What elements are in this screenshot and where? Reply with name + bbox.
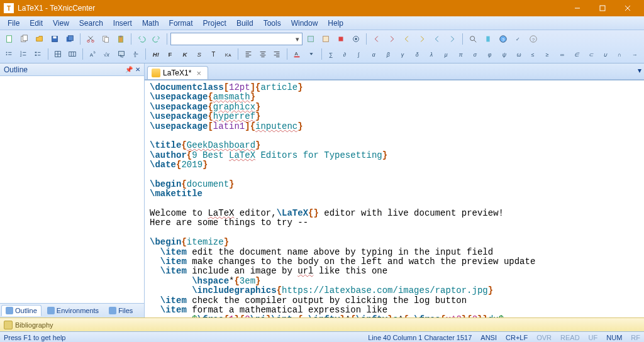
save-button[interactable] <box>48 32 62 46</box>
prev-warning-button[interactable] <box>400 32 414 46</box>
sidebar-tab-files[interactable]: Files <box>104 305 137 316</box>
math-symbol-button-21[interactable]: → <box>628 47 641 61</box>
math-symbol-button-3[interactable]: α <box>369 47 382 61</box>
panel-pin-icon[interactable]: 📌 <box>125 66 133 73</box>
align-left-button[interactable] <box>242 47 255 61</box>
bibliography-bar[interactable]: Bibliography <box>0 317 644 331</box>
maximize-button[interactable] <box>590 0 615 16</box>
outline-tree[interactable] <box>0 76 144 303</box>
math-symbol-button-2[interactable]: ∫ <box>354 47 367 61</box>
menu-insert[interactable]: Insert <box>108 18 137 29</box>
table-button[interactable] <box>52 47 65 61</box>
math-symbol-button-10[interactable]: σ <box>469 47 482 61</box>
redo-button[interactable] <box>150 32 164 46</box>
math-symbol-button-0[interactable]: ∑ <box>325 47 338 61</box>
font-color-button[interactable]: A <box>291 47 304 61</box>
smallcaps-button[interactable]: Kᴀ <box>221 47 235 61</box>
math-symbol-button-19[interactable]: ∪ <box>599 47 613 61</box>
tab-overflow-icon[interactable]: ▾ <box>638 66 641 75</box>
spellcheck-button[interactable]: ✓ <box>511 32 525 46</box>
align-center-button[interactable] <box>256 47 269 61</box>
toolbar-row-2: 12 Ab √x fig ab H! F K S T Kᴀ A // rende… <box>3 47 641 62</box>
slanted-button[interactable]: S <box>192 47 206 61</box>
tabular-button[interactable] <box>66 47 79 61</box>
build-profile-dropdown[interactable] <box>170 33 303 45</box>
build-view-button[interactable] <box>319 32 333 46</box>
sidebar-tab-environments[interactable]: Environments <box>43 305 103 316</box>
math-symbol-button-1[interactable]: ∂ <box>340 47 353 61</box>
italic-button[interactable]: K <box>178 47 191 61</box>
menu-build[interactable]: Build <box>231 18 258 29</box>
list-description-button[interactable] <box>31 47 45 61</box>
math-symbol-button-8[interactable]: μ <box>440 47 453 61</box>
menu-view[interactable]: View <box>48 18 74 29</box>
equation-button[interactable]: √x <box>101 47 114 61</box>
figure-button[interactable]: fig <box>115 47 128 61</box>
panel-close-icon[interactable]: ✕ <box>135 66 140 73</box>
context-help-button[interactable]: ? <box>526 32 540 46</box>
math-symbol-button-11[interactable]: φ <box>484 47 497 61</box>
prev-error-button[interactable] <box>370 32 384 46</box>
stop-build-button[interactable] <box>334 32 348 46</box>
new-file-button[interactable] <box>3 32 16 46</box>
next-error-button[interactable] <box>385 32 399 46</box>
code-editor[interactable]: \documentclass[12pt]{article} \usepackag… <box>145 80 644 317</box>
close-tab-icon[interactable]: × <box>196 69 201 77</box>
textsuperscript-button[interactable]: Ab <box>86 47 99 61</box>
menu-help[interactable]: Help <box>323 18 348 29</box>
math-symbol-button-6[interactable]: δ <box>412 47 425 61</box>
menu-file[interactable]: File <box>3 18 25 29</box>
math-symbol-button-12[interactable]: ψ <box>498 47 511 61</box>
copy-button[interactable] <box>99 32 113 46</box>
menu-edit[interactable]: Edit <box>25 18 48 29</box>
view-output-button[interactable] <box>349 32 363 46</box>
math-symbol-button-13[interactable]: ω <box>513 47 526 61</box>
svg-rect-10 <box>68 36 73 41</box>
math-symbol-button-14[interactable]: ≤ <box>527 47 540 61</box>
paste-button[interactable] <box>114 32 128 46</box>
next-warning-button[interactable] <box>415 32 429 46</box>
minimize-button[interactable] <box>565 0 590 16</box>
math-symbol-button-9[interactable]: π <box>455 47 468 61</box>
svg-rect-17 <box>308 36 314 42</box>
menu-window[interactable]: Window <box>286 18 323 29</box>
file-tab-latex1[interactable]: LaTeX1* × <box>147 66 208 79</box>
save-all-button[interactable] <box>63 32 77 46</box>
math-symbol-button-4[interactable]: β <box>383 47 396 61</box>
menu-search[interactable]: Search <box>74 18 108 29</box>
math-symbol-button-5[interactable]: γ <box>397 47 411 61</box>
typewriter-button[interactable]: T <box>207 47 220 61</box>
svg-rect-6 <box>23 35 27 41</box>
math-symbol-button-20[interactable]: ∩ <box>614 47 627 61</box>
sidebar-tab-outline[interactable]: Outline <box>1 305 42 316</box>
math-symbol-button-17[interactable]: ∈ <box>570 47 584 61</box>
math-symbol-button-16[interactable]: ∞ <box>556 47 569 61</box>
find-button[interactable] <box>466 32 480 46</box>
heading-button[interactable]: H! <box>149 47 162 61</box>
dropdown-arrow[interactable] <box>305 47 318 61</box>
cut-button[interactable] <box>84 32 97 46</box>
close-button[interactable] <box>615 0 640 16</box>
help-button[interactable]: ? <box>496 32 510 46</box>
math-symbol-button-18[interactable]: ⊂ <box>585 47 598 61</box>
build-button[interactable] <box>304 32 318 46</box>
next-badbox-button[interactable] <box>445 32 459 46</box>
math-symbol-button-7[interactable]: λ <box>426 47 439 61</box>
menu-format[interactable]: Format <box>164 18 198 29</box>
bold-button[interactable]: F <box>164 47 177 61</box>
fraction-button[interactable]: ab <box>130 47 143 61</box>
list-numbered-button[interactable]: 12 <box>17 47 30 61</box>
toggle-bookmark-button[interactable] <box>481 32 495 46</box>
menu-project[interactable]: Project <box>198 18 231 29</box>
menu-tools[interactable]: Tools <box>258 18 286 29</box>
prev-badbox-button[interactable] <box>430 32 444 46</box>
menu-math[interactable]: Math <box>137 18 164 29</box>
list-bullet-button[interactable] <box>3 47 16 61</box>
undo-button[interactable] <box>135 32 148 46</box>
svg-text:T: T <box>211 51 215 58</box>
outline-panel-header: Outline 📌 ✕ <box>0 63 144 76</box>
open-button[interactable] <box>33 32 47 46</box>
new-project-button[interactable] <box>18 32 31 46</box>
align-right-button[interactable] <box>270 47 284 61</box>
math-symbol-button-15[interactable]: ≥ <box>541 47 555 61</box>
